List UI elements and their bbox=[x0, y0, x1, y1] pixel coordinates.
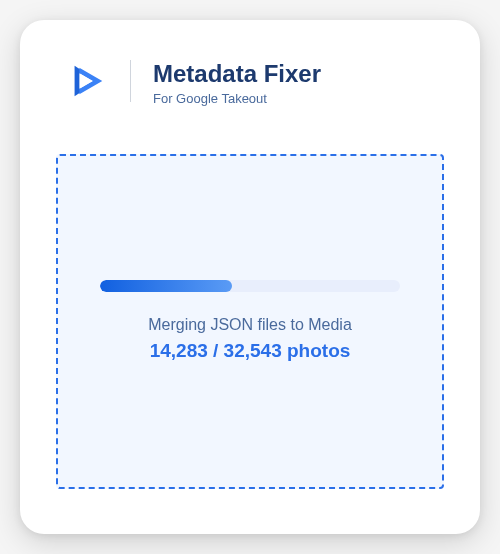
header: Metadata Fixer For Google Takeout bbox=[56, 60, 444, 106]
progress-bar bbox=[100, 280, 400, 292]
progress-fill bbox=[100, 280, 232, 292]
titles: Metadata Fixer For Google Takeout bbox=[153, 60, 321, 106]
progress-container bbox=[100, 280, 400, 292]
app-logo-icon bbox=[66, 60, 108, 102]
status-text: Merging JSON files to Media bbox=[148, 316, 352, 334]
app-subtitle: For Google Takeout bbox=[153, 91, 321, 106]
progress-panel: Merging JSON files to Media 14,283 / 32,… bbox=[56, 154, 444, 489]
app-card: Metadata Fixer For Google Takeout Mergin… bbox=[20, 20, 480, 534]
count-text: 14,283 / 32,543 photos bbox=[150, 340, 351, 362]
header-divider bbox=[130, 60, 131, 102]
app-title: Metadata Fixer bbox=[153, 60, 321, 89]
